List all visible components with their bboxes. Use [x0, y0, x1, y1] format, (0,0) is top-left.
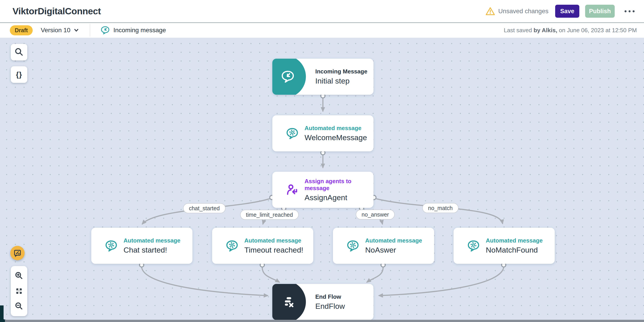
- node-type-label: Automated message: [365, 237, 422, 244]
- node-type-label: Automated message: [486, 237, 543, 244]
- variables-button[interactable]: {}: [11, 66, 27, 83]
- status-badge: Draft: [10, 25, 33, 35]
- node-type-label: Automated message: [244, 237, 303, 244]
- node-name: WelcomeMessage: [304, 133, 367, 142]
- bottom-edge-strip: [5, 320, 644, 322]
- zoom-in-button[interactable]: [14, 271, 24, 281]
- edge-noanswer-endflow[interactable]: [367, 267, 383, 282]
- header-actions: Unsaved changes Save Publish: [485, 5, 636, 18]
- flow-node-no-match-found[interactable]: Automated message NoMatchFound: [454, 228, 555, 264]
- toolbar-divider: [90, 24, 90, 37]
- node-name: Initial step: [315, 77, 368, 85]
- node-name: Timeout reached!: [244, 246, 303, 254]
- last-saved-text: Last saved by Alkis, on June 06, 2023 at…: [504, 27, 637, 34]
- flow-type-label: Incoming message: [114, 27, 166, 34]
- incoming-message-icon: [272, 59, 306, 95]
- node-name: NoMatchFound: [486, 246, 543, 254]
- zoom-out-icon: [14, 301, 24, 311]
- flow-node-timeout-reached[interactable]: Automated message Timeout reached!: [212, 228, 313, 264]
- node-type-label: End Flow: [315, 293, 345, 300]
- fit-screen-button[interactable]: [14, 286, 24, 296]
- flow-node-assign-agent[interactable]: Assign agents to message AssignAgent: [272, 172, 374, 208]
- version-dropdown[interactable]: [73, 27, 80, 33]
- zoom-out-button[interactable]: [14, 301, 24, 311]
- app-header: ViktorDigitalConnect Unsaved changes Sav…: [0, 0, 644, 23]
- automated-message-icon: [286, 127, 299, 140]
- flow-toolbar: Draft Version 10 Incoming message Last s…: [0, 23, 644, 38]
- automated-message-icon: [105, 239, 118, 252]
- page-title: ViktorDigitalConnect: [12, 6, 101, 17]
- flow-node-welcome-message[interactable]: Automated message WelcomeMessage: [272, 115, 374, 151]
- background-left-sliver: [0, 305, 4, 320]
- flow-node-chat-started[interactable]: Automated message Chat started!: [91, 228, 192, 264]
- save-button[interactable]: Save: [555, 5, 579, 18]
- end-flow-icon: [272, 284, 306, 320]
- automated-message-icon: [346, 239, 359, 252]
- edge-label-no-answer[interactable]: no_answer: [356, 210, 395, 220]
- more-options-menu[interactable]: [624, 8, 636, 15]
- publish-button[interactable]: Publish: [585, 5, 615, 18]
- comment-edit-icon: [13, 248, 22, 258]
- warning-icon: [485, 6, 495, 16]
- edge-label-no-match[interactable]: no_match: [422, 203, 458, 213]
- edge-timeout-endflow[interactable]: [262, 267, 279, 282]
- zoom-controls: [11, 266, 27, 316]
- unsaved-changes-indicator: Unsaved changes: [485, 6, 548, 16]
- unsaved-changes-label: Unsaved changes: [498, 8, 548, 15]
- incoming-message-icon: [100, 26, 110, 35]
- flow-canvas[interactable]: chat_started time_limit_reached no_answe…: [0, 38, 644, 320]
- flow-node-no-answer[interactable]: Automated message NoAswer: [333, 228, 434, 264]
- edge-nomatch-endflow[interactable]: [379, 267, 504, 295]
- edge-label-chat-started[interactable]: chat_started: [183, 203, 226, 213]
- flow-builder-app: ViktorDigitalConnect Unsaved changes Sav…: [0, 0, 644, 322]
- comment-button[interactable]: [10, 246, 24, 260]
- flow-type: Incoming message: [100, 26, 166, 35]
- chevron-down-icon: [73, 27, 80, 33]
- assign-agent-icon: [286, 183, 299, 196]
- node-name: EndFlow: [315, 302, 345, 310]
- flow-node-incoming-message[interactable]: Incoming Message Initial step: [272, 59, 374, 95]
- node-name: NoAswer: [365, 246, 422, 254]
- node-type-label: Automated message: [304, 125, 367, 132]
- zoom-in-icon: [14, 271, 24, 281]
- braces-icon: {}: [16, 70, 22, 79]
- flow-node-end-flow[interactable]: End Flow EndFlow: [272, 284, 374, 320]
- version-label: Version 10: [41, 27, 70, 34]
- node-name: AssignAgent: [304, 193, 374, 202]
- edge-chat-endflow[interactable]: [142, 267, 268, 295]
- automated-message-icon: [467, 239, 480, 252]
- node-name: Chat started!: [124, 246, 180, 254]
- automated-message-icon: [226, 239, 238, 252]
- edge-label-time-limit-reached[interactable]: time_limit_reached: [240, 210, 299, 220]
- search-icon: [14, 47, 24, 57]
- search-button[interactable]: [11, 44, 27, 61]
- node-type-label: Assign agents to message: [304, 178, 374, 192]
- expand-icon: [14, 286, 24, 296]
- node-type-label: Automated message: [124, 237, 180, 244]
- node-type-label: Incoming Message: [315, 68, 368, 75]
